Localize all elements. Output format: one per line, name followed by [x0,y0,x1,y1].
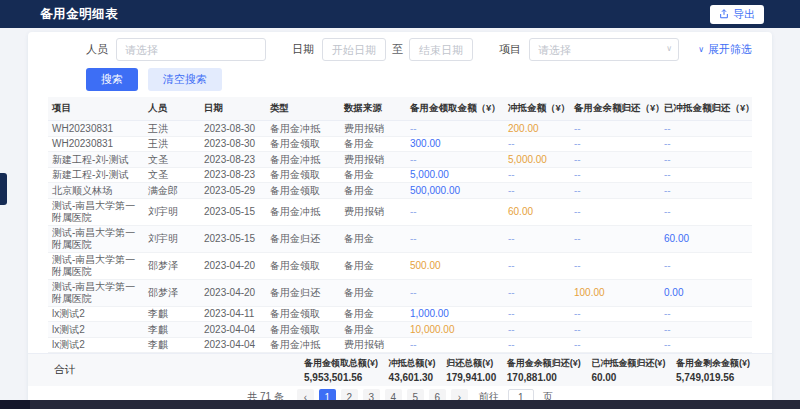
chevron-down-icon: ∨ [698,45,704,54]
table-cell: 备用金领取 [266,306,340,322]
top-header: 备用金明细表 导出 [0,0,800,28]
table-row[interactable]: 测试-南昌大学第一附属医院刘宇明2023-05-15备用金冲抵费用报销--60.… [48,198,752,225]
table-cell: 备用金冲抵 [266,337,340,353]
table-row[interactable]: 测试-南昌大学第一附属医院邵梦泽2023-04-20备用金归还备用金----10… [48,279,752,306]
column-header: 备用金领取金额（¥） [406,97,504,121]
amount-cell: -- [406,279,504,306]
table-cell: 费用报销 [340,198,406,225]
expand-filter-link[interactable]: ∨ 展开筛选 [698,42,752,57]
amount-cell: -- [504,136,570,152]
export-button[interactable]: 导出 [710,5,764,24]
expand-filter-label: 展开筛选 [708,42,752,57]
side-drawer-handle[interactable] [0,173,7,205]
table-cell: 2023-08-30 [200,121,266,137]
table-cell: 备用金冲抵 [266,152,340,168]
amount-cell: -- [406,121,504,137]
amount-cell: -- [504,225,570,252]
table-cell: 备用金领取 [266,167,340,183]
amount-cell: -- [406,152,504,168]
column-header: 类型 [266,97,340,121]
column-header: 冲抵金额（¥） [504,97,570,121]
amount-cell: -- [504,252,570,279]
table-cell: 邵梦泽 [144,252,200,279]
table-row[interactable]: WH20230831王洪2023-08-30备用金领取备用金300.00----… [48,136,752,152]
table-cell: 2023-04-11 [200,306,266,322]
table-cell: 刘宇明 [144,225,200,252]
table-cell: 费用报销 [340,152,406,168]
table-cell: 2023-08-23 [200,152,266,168]
summary-items: 备用金领取总额(¥)5,953,501.56冲抵总额(¥)43,601.30归还… [304,357,750,383]
summary-item-label: 备用金余额归还(¥) [507,357,581,370]
table-cell: 满金郎 [144,183,200,199]
clear-search-button[interactable]: 清空搜索 [148,68,222,91]
summary-item-label: 归还总额(¥) [446,357,496,370]
amount-cell: -- [660,121,752,137]
amount-cell: -- [570,225,660,252]
amount-cell: -- [406,225,504,252]
table-cell: 李麒 [144,306,200,322]
summary-item-value: 5,749,019.56 [676,372,750,383]
summary-item: 备用金领取总额(¥)5,953,501.56 [304,357,378,383]
person-select-input[interactable] [116,38,266,61]
table-row[interactable]: lx测试2李麒2023-04-04备用金领取备用金10,000.00------ [48,322,752,338]
amount-cell: -- [504,183,570,199]
amount-cell: -- [660,252,752,279]
table-row[interactable]: 测试-南昌大学第一附属医院邵梦泽2023-04-20备用金领取备用金500.00… [48,252,752,279]
bottom-taskbar [0,400,800,409]
table-cell: 2023-08-23 [200,167,266,183]
amount-cell: 1,000.00 [406,306,504,322]
table-cell: 测试-南昌大学第一附属医院 [48,252,144,279]
table-row[interactable]: 新建工程-刘-测试文圣2023-08-23备用金领取备用金5,000.00---… [48,167,752,183]
amount-cell: 100.00 [570,279,660,306]
table-cell: 备用金 [340,252,406,279]
table-cell: 新建工程-刘-测试 [48,167,144,183]
table-row[interactable]: 测试-南昌大学第一附属医院刘宇明2023-05-15备用金归还备用金------… [48,225,752,252]
person-filter-label: 人员 [86,42,108,57]
date-start-input[interactable] [322,38,386,61]
content-card: 人员 日期 至 项目 ∨ ∨ 展开筛选 搜索 清空搜索 [28,32,772,407]
amount-cell: -- [406,198,504,225]
amount-cell: -- [570,306,660,322]
project-select-input[interactable] [529,38,679,61]
table-cell: 备用金领取 [266,183,340,199]
amount-cell: 5,000.00 [406,167,504,183]
table-row[interactable]: 新建工程-刘-测试文圣2023-08-23备用金冲抵费用报销--5,000.00… [48,152,752,168]
page-title: 备用金明细表 [40,6,118,23]
table-cell: lx测试2 [48,337,144,353]
amount-cell: -- [660,306,752,322]
table-cell: 备用金领取 [266,136,340,152]
summary-item-value: 60.00 [591,372,665,383]
table-cell: 备用金 [340,167,406,183]
date-end-input[interactable] [409,38,473,61]
amount-cell: -- [660,198,752,225]
table-row[interactable]: lx测试2李麒2023-04-11备用金领取备用金1,000.00------ [48,306,752,322]
summary-item: 已冲抵金额归还(¥)60.00 [591,357,665,383]
table-cell: 测试-南昌大学第一附属医院 [48,198,144,225]
table-cell: 王洪 [144,136,200,152]
table-row[interactable]: WH20230831王洪2023-08-30备用金冲抵费用报销--200.00-… [48,121,752,137]
column-header: 已冲抵金额归还（¥） [660,97,752,121]
table-row[interactable]: lx测试2李麒2023-04-04备用金冲抵费用报销-------- [48,337,752,353]
table-cell: 备用金领取 [266,252,340,279]
amount-cell: -- [570,121,660,137]
amount-cell: -- [570,183,660,199]
summary-item: 备用金余额归还(¥)170,881.00 [507,357,581,383]
search-button[interactable]: 搜索 [86,68,138,91]
table-cell: 测试-南昌大学第一附属医院 [48,279,144,306]
summary-item-label: 冲抵总额(¥) [389,357,436,370]
table-cell: 测试-南昌大学第一附属医院 [48,225,144,252]
table-cell: lx测试2 [48,322,144,338]
table-row[interactable]: 北京顺义林场满金郎2023-05-29备用金领取备用金500,000.00---… [48,183,752,199]
table-body: WH20230831王洪2023-08-30备用金冲抵费用报销--200.00-… [48,121,752,353]
amount-cell: -- [660,152,752,168]
table-cell: 2023-05-15 [200,198,266,225]
amount-cell: -- [570,322,660,338]
date-filter-label: 日期 [292,42,314,57]
action-bar: 搜索 清空搜索 [48,62,752,97]
amount-cell: -- [504,167,570,183]
amount-cell: 60.00 [660,225,752,252]
summary-item: 冲抵总额(¥)43,601.30 [389,357,436,383]
amount-cell: 60.00 [504,198,570,225]
column-header: 数据来源 [340,97,406,121]
table-cell: 备用金 [340,322,406,338]
